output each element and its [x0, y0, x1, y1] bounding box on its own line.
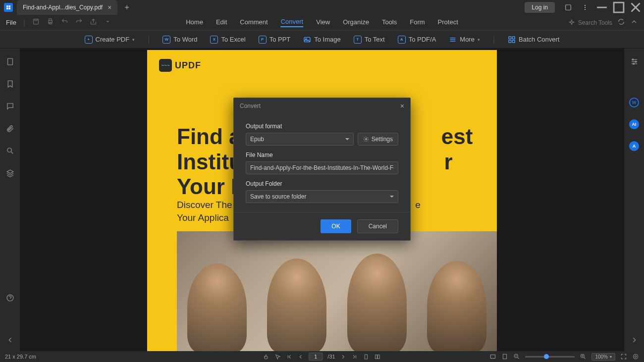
- output-folder-select[interactable]: Save to source folder: [246, 190, 398, 203]
- svg-point-46: [365, 139, 367, 140]
- dialog-close-icon[interactable]: ×: [400, 102, 404, 110]
- settings-button[interactable]: Settings: [358, 133, 398, 146]
- output-format-select[interactable]: Epub: [246, 133, 354, 146]
- gear-icon: [363, 136, 369, 142]
- output-format-label: Output format: [246, 123, 398, 130]
- convert-dialog: Convert × Output format Epub Settings Fi…: [233, 98, 411, 241]
- cancel-button[interactable]: Cancel: [357, 219, 398, 233]
- dialog-title: Convert: [240, 103, 261, 109]
- file-name-label: File Name: [246, 152, 398, 158]
- ok-button[interactable]: OK: [321, 219, 351, 233]
- output-folder-label: Output Folder: [246, 180, 398, 187]
- modal-overlay: Convert × Output format Epub Settings Fi…: [0, 0, 644, 362]
- file-name-input[interactable]: [246, 161, 398, 174]
